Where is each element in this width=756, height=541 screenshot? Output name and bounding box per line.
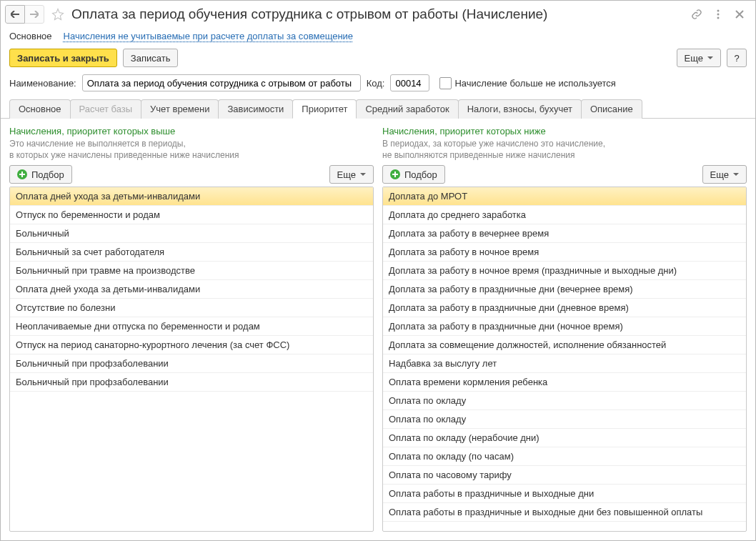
list-item[interactable]: Доплата до МРОТ xyxy=(383,187,746,206)
list-item[interactable]: Оплата по окладу (нерабочие дни) xyxy=(383,429,746,447)
nav-back-button[interactable] xyxy=(5,5,25,24)
right-pick-button[interactable]: Подбор xyxy=(382,165,445,184)
list-item[interactable]: Доплата за работу в праздничные дни (веч… xyxy=(383,280,746,299)
window-title: Оплата за период обучения сотрудника с о… xyxy=(71,6,684,22)
list-item[interactable]: Надбавка за выслугу лет xyxy=(383,354,746,373)
list-item[interactable]: Оплата работы в праздничные и выходные д… xyxy=(383,485,746,503)
list-item[interactable]: Доплата за работу в ночное время (праздн… xyxy=(383,262,746,280)
right-list[interactable]: Доплата до МРОТДоплата до среднего зараб… xyxy=(383,187,746,531)
list-item[interactable]: Больничный при профзаболевании xyxy=(10,354,373,373)
code-label: Код: xyxy=(367,78,385,89)
list-item[interactable]: Оплата дней ухода за детьми-инвалидами xyxy=(10,187,373,206)
unused-checkbox[interactable] xyxy=(439,77,452,89)
list-item[interactable]: Доплата за работу в праздничные дни (дне… xyxy=(383,299,746,317)
svg-point-2 xyxy=(717,17,720,19)
list-item[interactable]: Оплата дней ухода за детьми-инвалидами xyxy=(10,280,373,299)
left-pick-button[interactable]: Подбор xyxy=(9,165,72,184)
right-pane-title: Начисления, приоритет которых ниже xyxy=(382,126,747,137)
tab-Учет времени[interactable]: Учет времени xyxy=(141,99,219,119)
list-item[interactable]: Оплата работы в праздничные и выходные д… xyxy=(383,503,746,522)
left-more-button[interactable]: Еще xyxy=(329,165,374,184)
right-pane-desc: В периодах, за которые уже начислено это… xyxy=(382,138,747,161)
tab-Описание[interactable]: Описание xyxy=(581,99,642,119)
link-icon[interactable] xyxy=(688,6,705,23)
name-input[interactable] xyxy=(82,74,361,91)
list-item[interactable]: Доплата за работу в праздничные дни (ноч… xyxy=(383,317,746,336)
left-list[interactable]: Оплата дней ухода за детьми-инвалидамиОт… xyxy=(10,187,373,531)
more-button[interactable]: Еще xyxy=(677,49,721,67)
list-item[interactable]: Больничный xyxy=(10,224,373,243)
list-item[interactable]: Больничный при профзаболевании xyxy=(10,373,373,392)
name-label: Наименование: xyxy=(9,78,76,89)
code-input[interactable] xyxy=(390,74,429,91)
list-item[interactable]: Отпуск на период санаторно-курортного ле… xyxy=(10,336,373,354)
list-item[interactable]: Доплата за работу в ночное время xyxy=(383,243,746,262)
list-item[interactable]: Отпуск по беременности и родам xyxy=(10,206,373,224)
list-item[interactable]: Больничный при травме на производстве xyxy=(10,262,373,280)
unused-label: Начисление больше не используется xyxy=(454,78,615,89)
tab-Приоритет[interactable]: Приоритет xyxy=(292,99,357,119)
list-item[interactable]: Неоплачиваемые дни отпуска по беременнос… xyxy=(10,317,373,336)
list-item[interactable]: Отсутствие по болезни xyxy=(10,299,373,317)
tab-Зависимости[interactable]: Зависимости xyxy=(218,99,293,119)
secbar-main[interactable]: Основное xyxy=(9,31,52,41)
list-item[interactable]: Оплата по окладу xyxy=(383,392,746,410)
right-more-button[interactable]: Еще xyxy=(702,165,747,184)
list-item[interactable]: Больничный за счет работодателя xyxy=(10,243,373,262)
tab-Налоги, взносы, бухучет[interactable]: Налоги, взносы, бухучет xyxy=(458,99,582,119)
tab-Расчет базы: Расчет базы xyxy=(70,99,142,119)
left-pane-title: Начисления, приоритет которых выше xyxy=(9,126,374,137)
svg-point-0 xyxy=(717,10,720,12)
plus-icon xyxy=(390,169,400,179)
list-item[interactable]: Оплата по часовому тарифу xyxy=(383,466,746,485)
tab-Основное[interactable]: Основное xyxy=(9,99,71,119)
svg-point-1 xyxy=(717,14,720,16)
plus-icon xyxy=(17,169,27,179)
list-item[interactable]: Оплата по окладу (по часам) xyxy=(383,447,746,466)
save-close-button[interactable]: Записать и закрыть xyxy=(9,49,117,67)
tab-Средний заработок[interactable]: Средний заработок xyxy=(356,99,458,119)
close-icon[interactable] xyxy=(731,6,748,23)
list-item[interactable]: Оплата по окладу xyxy=(383,410,746,429)
save-button[interactable]: Записать xyxy=(123,49,179,67)
list-item[interactable]: Оплата времени кормления ребенка xyxy=(383,373,746,392)
nav-forward-button[interactable] xyxy=(25,5,44,24)
menu-kebab-icon[interactable] xyxy=(710,6,727,23)
secbar-link[interactable]: Начисления не учитываемые при расчете до… xyxy=(64,31,354,41)
favorite-star-icon[interactable] xyxy=(50,8,66,21)
left-pane-desc: Это начисление не выполняется в периоды,… xyxy=(9,138,374,161)
list-item[interactable]: Доплата за работу в вечернее время xyxy=(383,224,746,243)
help-button[interactable]: ? xyxy=(727,49,747,67)
list-item[interactable]: Доплата до среднего заработка xyxy=(383,206,746,224)
list-item[interactable]: Доплата за совмещение должностей, исполн… xyxy=(383,336,746,354)
